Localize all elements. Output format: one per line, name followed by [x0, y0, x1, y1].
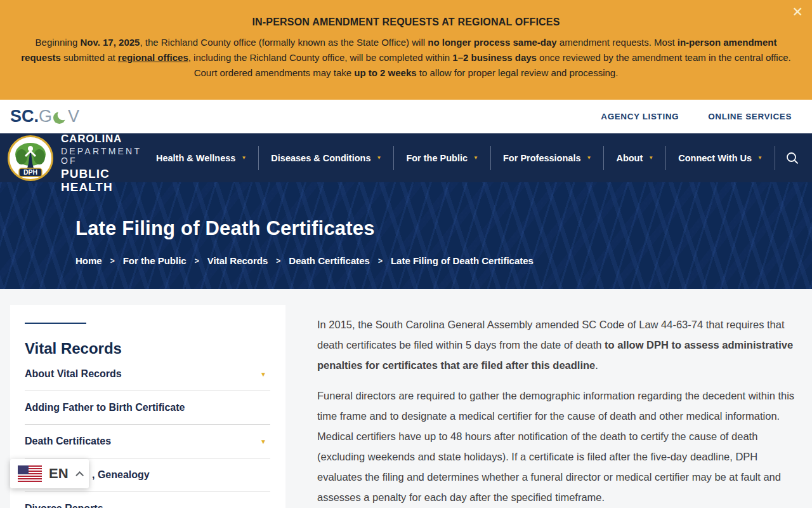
- dph-home-link[interactable]: DPH SOUTH CAROLINA DEPARTMENT OF PUBLIC …: [8, 122, 144, 194]
- sidebar-accent-rule: [25, 323, 86, 324]
- sidebar-item-label: Adding Father to Birth Certificate: [25, 402, 185, 413]
- breadcrumb-for-the-public[interactable]: For the Public: [123, 255, 187, 266]
- breadcrumb-separator: >: [110, 257, 115, 265]
- chevron-down-icon: ▼: [757, 156, 763, 161]
- close-icon[interactable]: ✕: [792, 5, 803, 18]
- nav-item-diseases-conditions[interactable]: Diseases & Conditions ▼: [259, 145, 393, 171]
- sidebar-item-adding-father[interactable]: Adding Father to Birth Certificate: [25, 391, 270, 425]
- paragraph-1: In 2015, the South Carolina General Asse…: [317, 314, 798, 375]
- breadcrumb: Home > For the Public > Vital Records > …: [75, 255, 812, 266]
- utility-links: AGENCY LISTING ONLINE SERVICES: [601, 112, 792, 121]
- chevron-down-icon: ▼: [260, 371, 266, 378]
- nav-item-label: For the Public: [406, 153, 468, 163]
- sidebar-item-about-vital-records[interactable]: About Vital Records ▼: [25, 358, 270, 391]
- brand-line2: DEPARTMENT OF: [61, 147, 144, 166]
- sidebar-item-label: Death Certificates: [25, 436, 111, 447]
- magnifier-glyph: [785, 151, 799, 165]
- chevron-down-icon: ▼: [376, 156, 381, 161]
- dph-logo-icon: DPH: [8, 135, 53, 181]
- sidebar-item-label: , Genealogy: [92, 469, 150, 481]
- chevron-down-icon: ▼: [473, 156, 478, 161]
- chevron-down-icon: ▼: [260, 438, 266, 445]
- brand-line3: PUBLIC HEALTH: [61, 168, 144, 194]
- nav-item-label: Health & Wellness: [156, 153, 235, 163]
- brand-text: SOUTH CAROLINA DEPARTMENT OF PUBLIC HEAL…: [61, 122, 144, 194]
- page-title: Late Filing of Death Certificates: [75, 217, 812, 240]
- alert-message: Beginning Nov. 17, 2025, the Richland Co…: [15, 35, 797, 81]
- nav-item-for-professionals[interactable]: For Professionals ▼: [491, 145, 603, 171]
- nav-item-label: Connect With Us: [678, 153, 752, 163]
- language-selector[interactable]: EN: [10, 459, 89, 488]
- nav-item-for-the-public[interactable]: For the Public ▼: [394, 145, 490, 171]
- sidebar-heading: Vital Records: [25, 340, 270, 358]
- nav-item-connect-with-us[interactable]: Connect With Us ▼: [666, 145, 775, 171]
- breadcrumb-separator: >: [276, 257, 280, 265]
- chevron-down-icon: ▼: [586, 156, 591, 161]
- language-code: EN: [49, 465, 69, 482]
- us-flag-icon: [18, 465, 42, 482]
- breadcrumb-separator: >: [195, 257, 199, 265]
- paragraph-2: Funeral directors are required to gather…: [317, 385, 798, 507]
- chevron-up-icon: [75, 471, 84, 479]
- search-icon[interactable]: [775, 145, 803, 171]
- breadcrumb-current-page: Late Filing of Death Certificates: [391, 255, 534, 266]
- nav-item-label: For Professionals: [503, 153, 580, 163]
- sidebar-item-death-certificates[interactable]: Death Certificates ▼: [25, 425, 270, 458]
- hero-banner: Late Filing of Death Certificates Home >…: [0, 182, 812, 289]
- nav-list: Health & Wellness ▼ Diseases & Condition…: [144, 133, 803, 182]
- content-area: Vital Records About Vital Records ▼ Addi…: [0, 289, 812, 508]
- nav-item-about[interactable]: About ▼: [604, 145, 665, 171]
- nav-item-label: Diseases & Conditions: [271, 153, 370, 163]
- flag-canton: [18, 465, 29, 474]
- chevron-down-icon: ▼: [648, 156, 653, 161]
- svg-text:DPH: DPH: [23, 168, 37, 176]
- nav-item-health-wellness[interactable]: Health & Wellness ▼: [144, 145, 258, 171]
- alert-title: IN-PERSON AMENDMENT REQUESTS AT REGIONAL…: [0, 17, 812, 28]
- nav-item-label: About: [616, 153, 643, 163]
- breadcrumb-vital-records[interactable]: Vital Records: [207, 255, 268, 266]
- alert-banner: IN-PERSON AMENDMENT REQUESTS AT REGIONAL…: [0, 0, 812, 100]
- online-services-link[interactable]: ONLINE SERVICES: [708, 112, 792, 121]
- sidebar-item-label: About Vital Records: [25, 368, 122, 380]
- chevron-down-icon: ▼: [241, 156, 246, 161]
- sidebar-item-label: Divorce Reports: [25, 503, 103, 508]
- agency-listing-link[interactable]: AGENCY LISTING: [601, 112, 679, 121]
- main-nav: DPH SOUTH CAROLINA DEPARTMENT OF PUBLIC …: [0, 133, 812, 182]
- breadcrumb-home[interactable]: Home: [75, 255, 102, 266]
- sidebar-item-divorce-reports[interactable]: Divorce Reports: [25, 492, 270, 508]
- breadcrumb-death-certificates[interactable]: Death Certificates: [289, 255, 370, 266]
- breadcrumb-separator: >: [378, 257, 383, 265]
- article-body: In 2015, the South Carolina General Asse…: [317, 314, 798, 507]
- brand-line1: SOUTH CAROLINA: [61, 122, 144, 145]
